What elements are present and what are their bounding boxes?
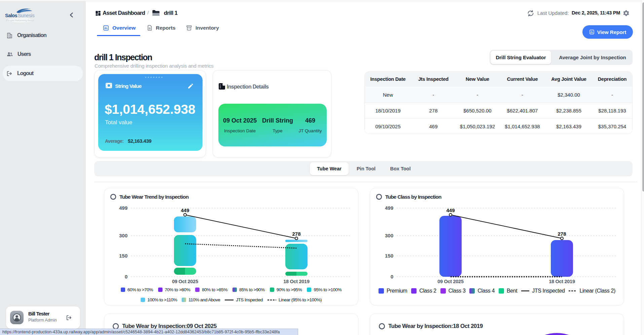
- svg-text:278: 278: [292, 231, 300, 237]
- svg-text:150: 150: [119, 253, 128, 259]
- svg-text:499: 499: [119, 205, 128, 211]
- svg-text:449: 449: [181, 207, 189, 213]
- svg-text:18 Oct 2019: 18 Oct 2019: [283, 279, 310, 284]
- svg-text:300: 300: [119, 233, 128, 238]
- svg-text:449: 449: [446, 207, 455, 213]
- svg-text:Salos: Salos: [5, 13, 17, 18]
- svg-text:09 Oct 2025: 09 Oct 2025: [172, 279, 198, 284]
- svg-text:0: 0: [125, 274, 128, 279]
- svg-text:499: 499: [385, 205, 393, 211]
- svg-text:150: 150: [385, 253, 393, 259]
- svg-text:Sunesis: Sunesis: [18, 13, 35, 18]
- svg-text:300: 300: [385, 233, 393, 238]
- svg-text:09 Oct 2025: 09 Oct 2025: [437, 279, 464, 284]
- svg-text:18 Oct 2019: 18 Oct 2019: [549, 279, 575, 284]
- svg-text:0: 0: [391, 274, 393, 279]
- svg-text:People Performing Better: People Performing Better: [6, 19, 34, 22]
- svg-text:278: 278: [558, 231, 566, 237]
